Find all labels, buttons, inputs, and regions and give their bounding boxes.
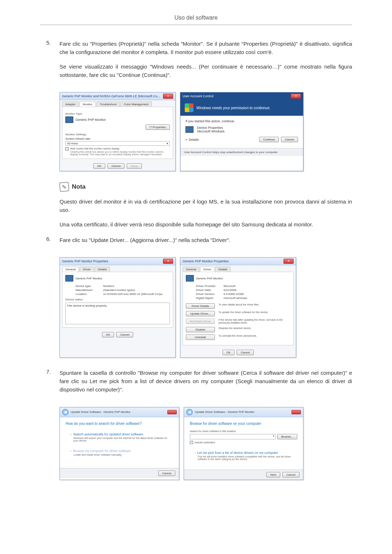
device-name: Generic PnP Monitor — [75, 277, 102, 280]
step-number: 6. — [40, 236, 51, 250]
titlebar: Generic PnP Monitor Properties ✕ — [60, 258, 175, 265]
driver-provider-value: Microsoft — [224, 284, 235, 288]
next-button[interactable]: Next — [266, 472, 280, 477]
program-icon — [185, 126, 193, 133]
step-number: 7. — [40, 369, 51, 400]
option-desc: This list will show installed driver sof… — [197, 455, 294, 460]
update-driver-desc: To update the driver software for this d… — [219, 311, 268, 314]
screenshot-row-3: ◀ Update Driver Software - Generic PnP M… — [60, 407, 352, 480]
rollback-driver-button[interactable]: Roll Back Driver — [186, 319, 215, 324]
cancel-button[interactable]: Cancel — [237, 350, 254, 355]
wizard-breadcrumb: Update Driver Software - Generic PnP Mon… — [195, 410, 254, 414]
update-driver-button[interactable]: Update Driver... — [186, 311, 215, 316]
tab-adapter[interactable]: Adapter — [62, 102, 79, 107]
path-input[interactable]: ▾ — [190, 434, 276, 439]
cancel-button[interactable]: Cancel — [282, 472, 299, 477]
cancel-button[interactable]: Cancel — [281, 137, 298, 142]
title-text: Generic PnP Monitor Properties — [183, 259, 229, 263]
back-icon[interactable]: ◀ — [186, 409, 193, 415]
tab-monitor[interactable]: Monitor — [79, 102, 96, 107]
uac-banner-text: Windows needs your permission to contion… — [196, 106, 270, 110]
uac-body: If you started this action, continue. De… — [180, 116, 303, 148]
close-icon[interactable]: ✕ — [163, 94, 173, 99]
cancel-button[interactable]: Cancel — [116, 332, 133, 337]
note-p1: Questo driver del monitor è in via di ce… — [60, 197, 352, 214]
option-browse-computer[interactable]: Browse my computer for driver software L… — [66, 447, 173, 459]
title-text: Generic PnP Monitor Properties — [62, 259, 108, 263]
close-icon[interactable] — [291, 410, 301, 414]
device-type-label: Device type: — [75, 284, 103, 288]
chevron-down-icon: ▾ — [167, 142, 168, 145]
hide-modes-help: Clearing this check box allows you to se… — [70, 151, 170, 156]
close-icon[interactable]: ✕ — [291, 94, 301, 99]
disable-button[interactable]: Disable — [186, 327, 215, 332]
ok-button[interactable]: OK — [93, 163, 106, 169]
cancel-button[interactable]: Cancel — [158, 471, 175, 476]
driver-date-label: Driver Date: — [196, 288, 224, 292]
device-status-label: Device status — [65, 298, 170, 301]
uac-details-link[interactable]: Details — [189, 138, 199, 141]
properties-general-dialog: Generic PnP Monitor Properties ✕ General… — [60, 257, 176, 358]
properties-driver-dialog: Generic PnP Monitor Properties ✕ General… — [180, 257, 296, 358]
hide-modes-label: Hide modes that this monitor cannot disp… — [70, 147, 170, 150]
option-search-auto[interactable]: Search automatically for updated driver … — [66, 430, 173, 444]
update-driver-wizard-1: ◀ Update Driver Software - Generic PnP M… — [60, 407, 179, 480]
tab-color-management[interactable]: Color Management — [121, 102, 152, 107]
properties-button[interactable]: Properties — [146, 124, 170, 130]
option-desc: Windows will search your computer and th… — [73, 437, 170, 442]
tab-general[interactable]: General — [62, 267, 79, 272]
ok-button[interactable]: OK — [102, 332, 114, 337]
step-body: Fare clic su "Update Driver... (Aggiorna… — [60, 236, 352, 250]
tab-details[interactable]: Details — [95, 267, 110, 272]
hide-modes-checkbox[interactable] — [65, 147, 69, 151]
include-subfolders-label: Include subfolders — [195, 441, 215, 444]
include-subfolders-checkbox[interactable] — [190, 441, 193, 444]
location-value: on NVIDIA GeForce 6600 LE (Microsoft Cor… — [103, 292, 163, 296]
ok-button[interactable]: OK — [222, 350, 235, 355]
note-p2: Una volta certificato, il driver verrà r… — [60, 220, 352, 229]
cancel-button[interactable]: Cancel — [107, 163, 124, 169]
step-number: 5. — [40, 40, 51, 85]
driver-details-button[interactable]: Driver Details — [186, 303, 215, 309]
monitor-icon — [186, 275, 194, 282]
uac-program-name: Device Properties — [197, 126, 225, 130]
tab-driver[interactable]: Driver — [79, 267, 94, 272]
back-icon[interactable]: ◀ — [62, 409, 69, 415]
tab-details[interactable]: Details — [215, 267, 230, 272]
close-icon[interactable] — [167, 410, 177, 414]
monitor-settings-label: Monitor Settings — [65, 133, 170, 136]
continue-button[interactable]: Continue — [259, 137, 279, 142]
update-driver-wizard-2: ◀ Update Driver Software - Generic PnP M… — [184, 407, 303, 480]
tab-general[interactable]: General — [183, 267, 199, 272]
tab-driver[interactable]: Driver — [200, 267, 214, 272]
option-pick-from-list[interactable]: Let me pick from a list of device driver… — [190, 448, 297, 463]
uninstall-button[interactable]: Uninstall — [186, 335, 215, 340]
note-block: ✎ Nota Questo driver del monitor è in vi… — [60, 182, 352, 229]
step-body: Fare clic su "Properties (Proprietà)" ne… — [60, 40, 352, 85]
monitor-icon — [65, 116, 73, 123]
refresh-rate-select[interactable]: 60 Hertz ▾ — [65, 141, 170, 146]
location-label: Location: — [75, 292, 103, 296]
tabs-row: Adapter Monitor Troubleshoot Color Manag… — [60, 100, 175, 107]
uac-footer-text: User Account Control helps stop unauthor… — [180, 148, 303, 156]
apply-button[interactable]: Apply — [127, 163, 142, 169]
page-header: Uso del software — [40, 15, 352, 25]
option-title: Browse my computer for driver software — [69, 449, 170, 453]
uac-banner: Windows needs your permission to contion… — [180, 100, 303, 116]
digital-signer-label: Digital Signer: — [196, 296, 224, 300]
option-title: Search automatically for updated driver … — [69, 432, 170, 436]
shield-icon — [185, 103, 193, 112]
step-body: Spuntare la casella di controllo "Browse… — [60, 369, 352, 400]
search-location-label: Search for driver software in this locat… — [190, 430, 297, 432]
uac-titlebar: User Account Control ✕ — [180, 93, 303, 100]
browse-button[interactable]: Browse... — [277, 434, 297, 439]
monitor-properties-dialog: Generic PnP Monitor and NVIDIA GeForce 6… — [60, 92, 176, 171]
device-status-text: This device is working properly. — [65, 303, 170, 324]
close-icon[interactable]: ✕ — [163, 259, 173, 264]
uninstall-desc: To uninstall the driver (Advanced). — [219, 335, 257, 337]
close-icon[interactable]: ✕ — [283, 259, 294, 264]
tab-troubleshoot[interactable]: Troubleshoot — [97, 102, 120, 107]
dialog-buttons: OK Cancel Apply — [60, 161, 175, 171]
chevron-down-icon: ▾ — [185, 138, 187, 141]
uac-title: User Account Control — [183, 94, 213, 98]
